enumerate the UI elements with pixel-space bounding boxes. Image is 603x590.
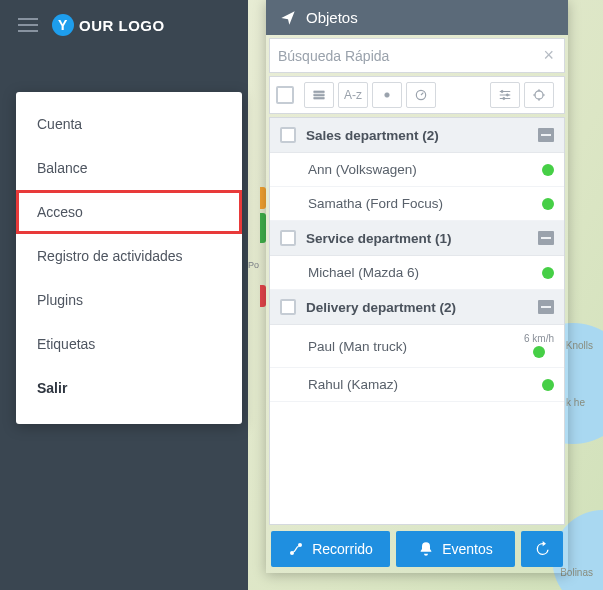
history-icon <box>534 541 550 557</box>
panel-title: Objetos <box>306 9 358 26</box>
clear-search-icon[interactable]: × <box>541 45 556 66</box>
group-checkbox[interactable] <box>280 299 296 315</box>
app-logo[interactable]: Y OUR LOGO <box>52 14 165 36</box>
select-all-checkbox[interactable] <box>276 86 294 104</box>
object-name: Rahul (Kamaz) <box>308 377 532 392</box>
map-place-label: k he <box>566 397 585 408</box>
group-header[interactable]: Service department (1) <box>270 221 564 256</box>
object-name: Samatha (Ford Focus) <box>308 196 532 211</box>
location-arrow-icon <box>280 10 296 26</box>
collapse-icon[interactable] <box>538 231 554 245</box>
group-checkbox[interactable] <box>280 127 296 143</box>
svg-point-0 <box>385 93 390 98</box>
menu-item-salir[interactable]: Salir <box>16 366 242 410</box>
group-checkbox[interactable] <box>280 230 296 246</box>
route-icon <box>288 541 304 557</box>
group-title: Sales department (2) <box>306 128 528 143</box>
collapse-icon[interactable] <box>538 128 554 142</box>
events-label: Eventos <box>442 541 493 557</box>
search-box[interactable]: × <box>269 38 565 73</box>
route-button[interactable]: Recorrido <box>271 531 390 567</box>
objects-panel: Objetos × A-z Sales department (2) <box>266 0 568 573</box>
object-speed: 6 km/h <box>524 334 554 344</box>
collapse-icon[interactable] <box>538 300 554 314</box>
object-row[interactable]: Rahul (Kamaz) <box>270 368 564 402</box>
events-button[interactable]: Eventos <box>396 531 515 567</box>
svg-point-3 <box>506 94 508 96</box>
group-header[interactable]: Delivery department (2) <box>270 290 564 325</box>
object-row[interactable]: Paul (Man truck) 6 km/h <box>270 325 564 368</box>
left-rail: Y OUR LOGO Cuenta Balance Acceso Registr… <box>0 0 248 590</box>
menu-item-plugins[interactable]: Plugins <box>16 278 242 322</box>
group-header[interactable]: Sales department (2) <box>270 118 564 153</box>
locate-button[interactable] <box>524 82 554 108</box>
menu-item-etiquetas[interactable]: Etiquetas <box>16 322 242 366</box>
history-button[interactable] <box>521 531 563 567</box>
status-dot-icon <box>533 346 545 358</box>
panel-footer: Recorrido Eventos <box>266 525 568 573</box>
account-menu: Cuenta Balance Acceso Registro de activi… <box>16 92 242 424</box>
object-name: Paul (Man truck) <box>308 339 514 354</box>
menu-item-registro[interactable]: Registro de actividades <box>16 234 242 278</box>
route-label: Recorrido <box>312 541 373 557</box>
logo-text: OUR LOGO <box>79 17 165 34</box>
svg-point-5 <box>535 91 543 99</box>
list-icon <box>312 88 326 102</box>
bell-icon <box>418 541 434 557</box>
menu-item-balance[interactable]: Balance <box>16 146 242 190</box>
menu-item-cuenta[interactable]: Cuenta <box>16 102 242 146</box>
logo-badge: Y <box>52 14 74 36</box>
map-edge-label: Po <box>248 260 259 270</box>
svg-point-4 <box>503 97 505 99</box>
dot-icon <box>380 88 394 102</box>
menu-toggle-icon[interactable] <box>18 18 38 32</box>
gauge-icon <box>414 88 428 102</box>
status-dot-icon <box>542 379 554 391</box>
view-list-button[interactable] <box>304 82 334 108</box>
status-dot-icon <box>542 198 554 210</box>
motion-filter-button[interactable] <box>406 82 436 108</box>
sliders-icon <box>498 88 512 102</box>
object-row[interactable]: Samatha (Ford Focus) <box>270 187 564 221</box>
list-toolbar: A-z <box>269 76 565 114</box>
status-dot-icon <box>542 164 554 176</box>
object-row[interactable]: Michael (Mazda 6) <box>270 256 564 290</box>
panel-header: Objetos <box>266 0 568 35</box>
svg-point-2 <box>501 90 503 92</box>
object-name: Ann (Volkswagen) <box>308 162 532 177</box>
search-input[interactable] <box>278 48 541 64</box>
sort-label: A-z <box>344 88 362 102</box>
crosshair-icon <box>532 88 546 102</box>
settings-sliders-button[interactable] <box>490 82 520 108</box>
group-title: Service department (1) <box>306 231 528 246</box>
status-dot-icon <box>542 267 554 279</box>
status-filter-button[interactable] <box>372 82 402 108</box>
object-row[interactable]: Ann (Volkswagen) <box>270 153 564 187</box>
menu-item-acceso[interactable]: Acceso <box>16 190 242 234</box>
group-title: Delivery department (2) <box>306 300 528 315</box>
object-name: Michael (Mazda 6) <box>308 265 532 280</box>
objects-list[interactable]: Sales department (2) Ann (Volkswagen) Sa… <box>269 117 565 525</box>
sort-az-button[interactable]: A-z <box>338 82 368 108</box>
